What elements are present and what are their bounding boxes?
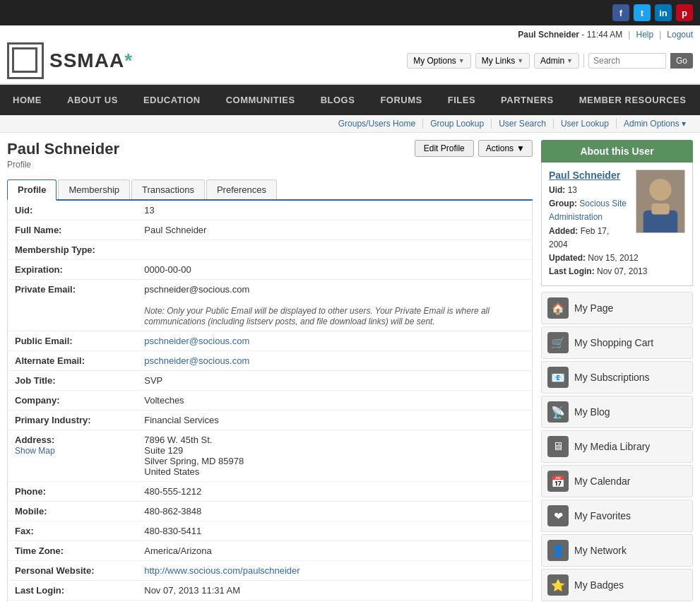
about-box: Paul Schneider Uid: 13 Group: Socious Si… xyxy=(541,163,693,286)
field-value: 480-862-3848 xyxy=(137,502,532,521)
go-button[interactable]: Go xyxy=(670,53,693,69)
profile-table: Uid: 13 Full Name: Paul Schneider Member… xyxy=(7,201,533,602)
website-link[interactable]: http://www.socious.com/paulschneider xyxy=(144,565,299,576)
field-value: 480-830-5411 xyxy=(137,521,532,541)
public-email-link[interactable]: pschneider@socious.com xyxy=(144,336,249,346)
nav-member-resources[interactable]: MEMBER RESOURCES xyxy=(566,85,699,115)
table-row: Last Login: Nov 07, 2013 11:31 AM xyxy=(8,581,533,601)
subnav-group-lookup[interactable]: Group Lookup xyxy=(423,119,492,129)
field-label: Private Email: xyxy=(8,280,138,331)
my-links-dropdown[interactable]: My Links ▼ xyxy=(475,53,530,69)
search-input[interactable] xyxy=(588,53,666,69)
actions-button[interactable]: Actions ▼ xyxy=(478,140,533,157)
divider xyxy=(583,54,584,68)
show-map-link[interactable]: Show Map xyxy=(15,446,55,456)
main-nav: HOME ABOUT US EDUCATION COMMUNITIES BLOG… xyxy=(0,85,700,115)
nav-about[interactable]: ABOUT US xyxy=(54,85,131,115)
my-options-dropdown[interactable]: My Options ▼ xyxy=(407,53,471,69)
shopping-cart-icon: 🛒 xyxy=(547,332,569,353)
subscriptions-icon: 📧 xyxy=(547,367,569,388)
tab-profile[interactable]: Profile xyxy=(7,179,57,201)
logo-text: SSMAA* xyxy=(49,49,133,72)
table-row: Phone: 480-555-1212 xyxy=(8,482,533,502)
field-label: Primary Industry: xyxy=(8,411,138,430)
sidebar-my-page[interactable]: 🏠 My Page xyxy=(541,292,693,324)
sidebar-shopping-cart[interactable]: 🛒 My Shopping Cart xyxy=(541,326,693,359)
sidebar-menu: 🏠 My Page 🛒 My Shopping Cart 📧 My Subscr… xyxy=(541,292,693,602)
table-row: Expiration: 0000-00-00 xyxy=(8,260,533,280)
field-value: Financial Services xyxy=(137,411,532,430)
facebook-icon[interactable]: f xyxy=(612,4,629,21)
svg-rect-3 xyxy=(651,203,669,215)
blog-icon: 📡 xyxy=(547,401,569,423)
field-value: America/Arizona xyxy=(137,541,532,561)
nav-blogs[interactable]: BLOGS xyxy=(308,85,368,115)
field-value: http://www.socious.com/paulschneider xyxy=(137,561,532,581)
admin-dropdown[interactable]: Admin ▼ xyxy=(534,53,579,69)
sidebar-my-network[interactable]: 👤 My Network xyxy=(541,534,693,567)
sidebar-media-library-label: My Media Library xyxy=(574,441,650,452)
field-label: Address:Show Map xyxy=(8,430,138,482)
sidebar-my-badges-label: My Badges xyxy=(574,579,624,591)
chevron-down-icon: ▼ xyxy=(566,57,573,64)
nav-home[interactable]: HOME xyxy=(0,85,54,115)
current-time: 11:44 AM xyxy=(587,30,623,40)
profile-actions: Edit Profile Actions ▼ xyxy=(415,140,533,157)
network-icon: 👤 xyxy=(547,540,569,561)
username: Paul Schneider xyxy=(518,30,579,40)
logout-link[interactable]: Logout xyxy=(667,30,693,40)
twitter-icon[interactable]: t xyxy=(634,4,651,21)
about-header: About this User xyxy=(541,140,693,163)
field-value: pschneider@socious.com Note: Only your P… xyxy=(137,280,532,331)
field-label: Company: xyxy=(8,391,138,411)
tab-transactions[interactable]: Transactions xyxy=(131,179,205,199)
subnav-user-lookup[interactable]: User Lookup xyxy=(554,119,617,129)
my-page-icon: 🏠 xyxy=(547,297,569,319)
subnav-user-search[interactable]: User Search xyxy=(492,119,554,129)
sidebar-my-badges[interactable]: ⭐ My Badges xyxy=(541,569,693,601)
field-value: Paul Schneider xyxy=(137,220,532,240)
sidebar-my-calendar[interactable]: 📅 My Calendar xyxy=(541,465,693,497)
nav-education[interactable]: EDUCATION xyxy=(131,85,213,115)
tab-membership[interactable]: Membership xyxy=(58,179,130,199)
field-label: Personal Website: xyxy=(8,561,138,581)
chevron-down-icon: ▼ xyxy=(516,143,525,153)
sidebar-my-page-label: My Page xyxy=(574,302,613,314)
help-link[interactable]: Help xyxy=(636,30,653,40)
pinterest-icon[interactable]: p xyxy=(676,4,693,21)
field-label: Full Name: xyxy=(8,220,138,240)
sidebar-my-blog[interactable]: 📡 My Blog xyxy=(541,396,693,428)
nav-forums[interactable]: FORUMS xyxy=(367,85,434,115)
subnav-admin-options[interactable]: Admin Options ▾ xyxy=(617,119,693,129)
main-panel: Paul Schneider Profile Edit Profile Acti… xyxy=(7,140,533,602)
nav-files[interactable]: FILES xyxy=(435,85,488,115)
tabs: Profile Membership Transactions Preferen… xyxy=(7,179,533,201)
logo-area: SSMAA* xyxy=(7,42,133,79)
sidebar-my-favorites[interactable]: ❤ My Favorites xyxy=(541,500,693,532)
nav-communities[interactable]: COMMUNITIES xyxy=(213,85,308,115)
tab-preferences[interactable]: Preferences xyxy=(206,179,277,199)
logo-icon xyxy=(7,42,44,79)
table-row: Public Email: pschneider@socious.com xyxy=(8,331,533,351)
table-row: Fax: 480-830-5411 xyxy=(8,521,533,541)
alternate-email-link[interactable]: pschneider@socious.com xyxy=(144,355,249,366)
table-row: Personal Website: http://www.socious.com… xyxy=(8,561,533,581)
table-row: Address:Show Map 7896 W. 45th St.Suite 1… xyxy=(8,430,533,482)
subnav-groups[interactable]: Groups/Users Home xyxy=(331,119,423,129)
field-label: Public Email: xyxy=(8,331,138,351)
field-label: Alternate Email: xyxy=(8,351,138,371)
field-label: Expiration: xyxy=(8,260,138,280)
field-label: Membership Type: xyxy=(8,240,138,260)
field-value xyxy=(137,240,532,260)
table-row: Membership Type: xyxy=(8,240,533,260)
table-row: Private Email: pschneider@socious.com No… xyxy=(8,280,533,331)
nav-partners[interactable]: PARTNERS xyxy=(488,85,566,115)
sidebar-my-subscriptions[interactable]: 📧 My Subscriptions xyxy=(541,361,693,394)
edit-profile-button[interactable]: Edit Profile xyxy=(415,140,474,157)
sidebar-my-blog-label: My Blog xyxy=(574,406,610,418)
private-email-note: Note: Only your Public Email will be dis… xyxy=(144,306,490,326)
page-title: Paul Schneider xyxy=(7,140,119,158)
sidebar-media-library[interactable]: 🖥 My Media Library xyxy=(541,430,693,463)
table-row: Mobile: 480-862-3848 xyxy=(8,502,533,521)
linkedin-icon[interactable]: in xyxy=(655,4,672,21)
